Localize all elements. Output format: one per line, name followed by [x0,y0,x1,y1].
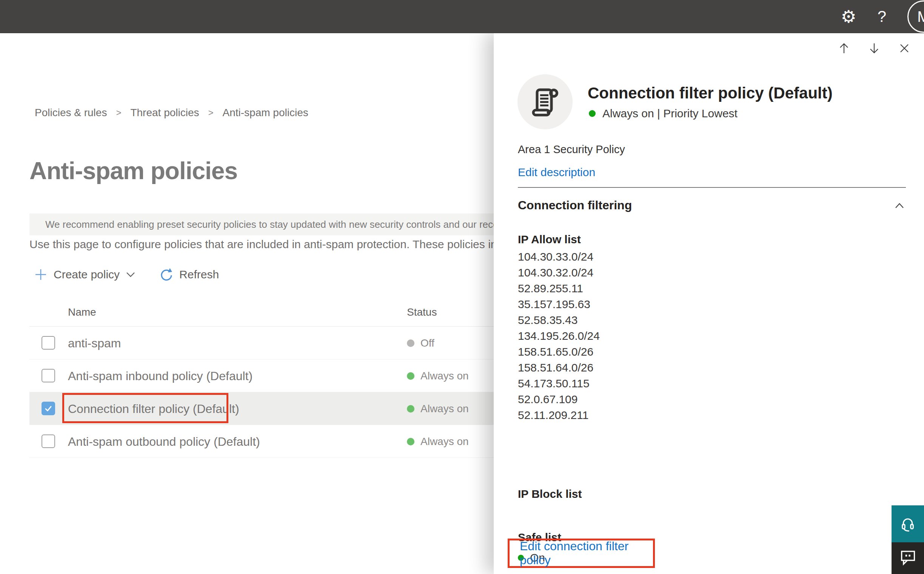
settings-gear-icon[interactable]: ⚙ [840,8,856,25]
ip-list-item: 158.51.64.0/26 [518,360,600,375]
column-header-name[interactable]: Name [68,306,96,318]
create-policy-label: Create policy [54,268,120,281]
edit-description-link[interactable]: Edit description [518,166,595,179]
policy-status: Always on [407,370,469,382]
close-icon[interactable] [897,41,911,55]
topbar-actions: ⚙ ? M [840,0,924,33]
breadcrumb-anti-spam-policies: Anti-spam policies [223,107,309,119]
status-label: Always on [421,370,469,382]
ip-list-item: 52.0.67.109 [518,391,600,407]
flyout-status-text: Always on | Priority Lowest [603,107,737,120]
ip-list-item: 52.11.209.211 [518,407,600,423]
plus-icon [34,268,47,281]
divider [518,187,906,188]
connection-filtering-section-header[interactable]: Connection filtering [518,199,906,212]
policy-status: Off [407,337,434,349]
policy-details-flyout: Connection filter policy (Default) Alway… [494,33,924,574]
ip-list-item: 52.89.255.11 [518,281,600,296]
chevron-right-icon: > [116,107,121,118]
edit-connection-filter-policy-link[interactable]: Edit connection filter policy [520,539,653,567]
headset-icon [898,514,918,534]
breadcrumb-policies-rules[interactable]: Policies & rules [35,107,107,119]
policy-status: Always on [407,435,469,448]
chevron-right-icon: > [208,107,214,118]
ip-list-item: 52.58.35.43 [518,312,600,328]
support-button[interactable] [892,505,924,542]
status-dot-icon [407,372,415,380]
breadcrumb: Policies & rules > Threat policies > Ant… [35,107,309,119]
page-description: Use this page to configure policies that… [29,238,524,251]
ip-allow-list-title: IP Allow list [518,233,581,246]
policy-scroll-avatar [517,74,573,129]
table-row-selected[interactable]: Connection filter policy (Default) Alway… [29,392,520,425]
row-checkbox[interactable] [41,369,55,382]
policy-status: Always on [407,403,469,415]
ip-block-list-title: IP Block list [518,488,582,500]
table-row[interactable]: Anti-spam inbound policy (Default) Alway… [29,360,520,392]
top-app-bar: ⚙ ? M [0,0,924,33]
policy-name[interactable]: anti-spam [68,336,121,350]
ip-list-item: 134.195.26.0/24 [518,328,600,344]
ip-list-item: 104.30.32.0/24 [518,265,600,281]
recommendation-banner: We recommend enabling preset security po… [29,213,520,235]
toolbar: Create policy Refresh [34,264,219,285]
page-title: Anti-spam policies [29,157,237,185]
row-checkbox-checked[interactable] [41,402,55,415]
next-item-arrow-down-icon[interactable] [867,41,881,55]
flyout-nav [837,41,911,55]
status-label: Always on [421,403,469,415]
feedback-button[interactable] [892,542,924,574]
flyout-status-line: Always on | Priority Lowest [589,107,737,120]
create-policy-button[interactable]: Create policy [34,268,136,281]
column-header-status[interactable]: Status [407,306,437,318]
status-dot-icon [407,438,415,445]
account-avatar[interactable]: M [907,0,924,33]
ip-allow-list: 104.30.33.0/24 104.30.32.0/24 52.89.255.… [518,249,600,423]
table-row[interactable]: anti-spam Off [29,326,520,360]
flyout-title: Connection filter policy (Default) [588,84,905,102]
status-dot-icon [407,339,415,347]
chevron-up-icon[interactable] [893,201,906,210]
policy-table: Name Status anti-spam Off Anti-spam inbo… [29,300,520,458]
banner-text: We recommend enabling preset security po… [45,219,520,230]
breadcrumb-threat-policies[interactable]: Threat policies [130,107,199,119]
scroll-policy-icon [527,84,563,120]
table-header: Name Status [29,300,520,326]
ip-list-item: 104.30.33.0/24 [518,249,600,265]
annotation-rectangle: Edit connection filter policy [508,539,655,568]
table-row[interactable]: Anti-spam outbound policy (Default) Alwa… [29,425,520,458]
avatar-initial: M [917,8,924,25]
ip-list-item: 158.51.65.0/26 [518,344,600,360]
status-dot-icon [589,110,596,117]
refresh-button[interactable]: Refresh [159,267,219,282]
row-checkbox[interactable] [41,336,55,350]
status-dot-icon [407,405,415,413]
policy-name[interactable]: Anti-spam outbound policy (Default) [68,435,260,449]
annotation-rectangle [62,393,228,423]
check-icon [44,404,53,413]
help-icon[interactable]: ? [878,9,886,25]
row-checkbox[interactable] [41,434,55,448]
refresh-label: Refresh [179,268,219,281]
policy-description: Area 1 Security Policy [518,144,625,156]
status-label: Always on [421,435,469,448]
ip-list-item: 54.173.50.115 [518,375,600,391]
status-label: Off [421,337,434,349]
feedback-bubble-icon [898,547,917,566]
policy-name[interactable]: Anti-spam inbound policy (Default) [68,369,253,383]
section-title: Connection filtering [518,199,632,212]
refresh-icon [159,267,173,282]
previous-item-arrow-up-icon[interactable] [837,41,851,55]
chevron-down-icon [126,271,136,278]
ip-list-item: 35.157.195.63 [518,296,600,312]
